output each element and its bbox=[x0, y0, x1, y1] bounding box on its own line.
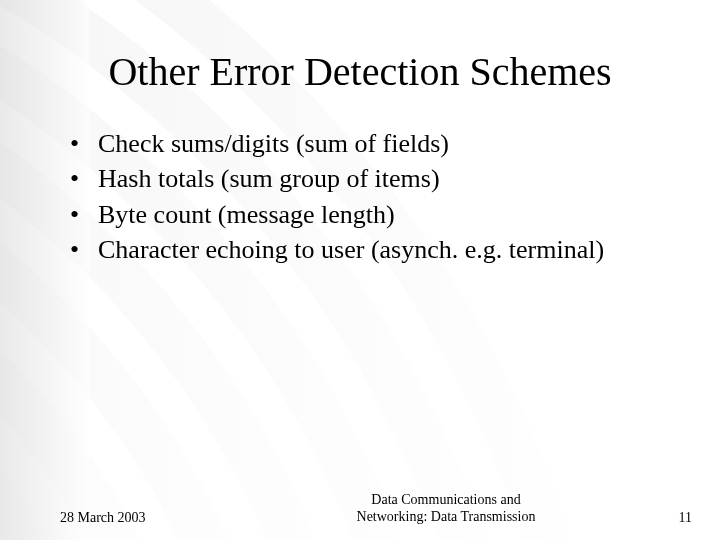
bullet-text: Hash totals (sum group of items) bbox=[98, 162, 680, 195]
slide-title: Other Error Detection Schemes bbox=[0, 0, 720, 115]
list-item: • Character echoing to user (asynch. e.g… bbox=[70, 233, 680, 266]
bullet-list: • Check sums/digits (sum of fields) • Ha… bbox=[0, 115, 720, 266]
footer-course-line2: Networking: Data Transmission bbox=[357, 509, 536, 524]
slide-content: Other Error Detection Schemes • Check su… bbox=[0, 0, 720, 540]
list-item: • Check sums/digits (sum of fields) bbox=[70, 127, 680, 160]
bullet-text: Character echoing to user (asynch. e.g. … bbox=[98, 233, 680, 266]
list-item: • Hash totals (sum group of items) bbox=[70, 162, 680, 195]
list-item: • Byte count (message length) bbox=[70, 198, 680, 231]
footer-page-number: 11 bbox=[632, 510, 692, 526]
bullet-icon: • bbox=[70, 233, 98, 266]
bullet-text: Byte count (message length) bbox=[98, 198, 680, 231]
bullet-icon: • bbox=[70, 127, 98, 160]
footer-course-line1: Data Communications and bbox=[371, 492, 520, 507]
bullet-icon: • bbox=[70, 162, 98, 195]
slide: Other Error Detection Schemes • Check su… bbox=[0, 0, 720, 540]
bullet-icon: • bbox=[70, 198, 98, 231]
footer-course-title: Data Communications and Networking: Data… bbox=[260, 492, 632, 526]
slide-footer: 28 March 2003 Data Communications and Ne… bbox=[0, 492, 720, 526]
footer-date: 28 March 2003 bbox=[60, 510, 260, 526]
bullet-text: Check sums/digits (sum of fields) bbox=[98, 127, 680, 160]
